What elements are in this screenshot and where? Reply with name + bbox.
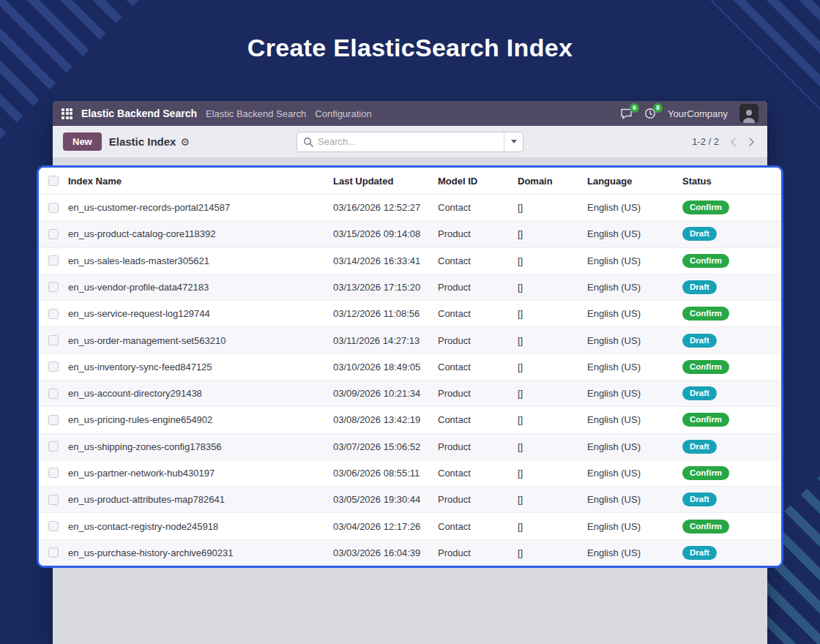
- status-badge: Draft: [682, 280, 717, 294]
- status-badge: Confirm: [682, 360, 729, 374]
- cell-index-name: en_us-contact-registry-node245918: [68, 521, 333, 532]
- pager-text: 1-2 / 2: [692, 136, 719, 147]
- chevron-down-icon: [511, 140, 517, 143]
- cell-model-id: Product: [438, 228, 518, 239]
- pager-prev-button[interactable]: [728, 136, 739, 148]
- pager-next-button[interactable]: [745, 136, 757, 148]
- cell-language: English (US): [587, 335, 682, 346]
- row-checkbox[interactable]: [48, 468, 59, 478]
- cell-domain: []: [518, 282, 587, 293]
- cell-index-name: en_us-inventory-sync-feed847125: [68, 362, 333, 372]
- row-checkbox[interactable]: [48, 335, 59, 345]
- table-row[interactable]: en_us-shipping-zones-config178356 03/07/…: [39, 433, 781, 460]
- table-body: en_us-customer-records-portal214587 03/1…: [39, 195, 781, 566]
- status-badge: Confirm: [682, 307, 729, 321]
- cell-model-id: Contact: [438, 255, 518, 266]
- cell-last-updated: 03/14/2026 16:33:41: [333, 255, 438, 266]
- cell-language: English (US): [587, 468, 682, 479]
- col-header-last-updated[interactable]: Last Updated: [333, 176, 438, 187]
- cell-last-updated: 03/12/2026 11:08:56: [333, 308, 438, 319]
- table-row[interactable]: en_us-sales-leads-master305621 03/14/202…: [39, 247, 781, 274]
- cell-model-id: Contact: [438, 468, 518, 479]
- status-badge: Confirm: [682, 466, 729, 480]
- row-checkbox[interactable]: [48, 389, 59, 399]
- cell-last-updated: 03/08/2026 13:42:19: [333, 414, 438, 425]
- row-checkbox[interactable]: [48, 521, 59, 531]
- cell-index-name: en_us-customer-records-portal214587: [68, 202, 333, 213]
- row-checkbox[interactable]: [48, 495, 59, 505]
- menu-configuration[interactable]: Configuration: [315, 108, 371, 119]
- row-checkbox[interactable]: [48, 362, 59, 372]
- app-name[interactable]: Elastic Backend Search: [81, 108, 197, 119]
- menu-elastic-backend-search[interactable]: Elastic Backend Search: [206, 108, 306, 119]
- control-panel: New Elastic Index ⚙ 1-2 / 2: [53, 126, 767, 158]
- cell-index-name: en_us-purchase-history-archive690231: [68, 547, 333, 558]
- cell-language: English (US): [587, 414, 682, 425]
- cell-language: English (US): [587, 441, 682, 452]
- company-name[interactable]: YourCompany: [668, 108, 728, 119]
- row-checkbox[interactable]: [48, 415, 59, 425]
- table-row[interactable]: en_us-product-catalog-core118392 03/15/2…: [39, 220, 781, 247]
- messages-badge: 6: [630, 103, 639, 113]
- search-dropdown-toggle[interactable]: [504, 132, 523, 151]
- cell-last-updated: 03/15/2026 09:14:08: [333, 228, 438, 239]
- table-row[interactable]: en_us-customer-records-portal214587 03/1…: [39, 195, 781, 220]
- table-row[interactable]: en_us-account-directory291438 03/09/2026…: [39, 380, 781, 406]
- page-title: Create ElasticSearch Index: [0, 34, 820, 62]
- row-checkbox[interactable]: [48, 203, 59, 213]
- col-header-domain[interactable]: Domain: [518, 176, 587, 187]
- table-row[interactable]: en_us-order-management-set563210 03/11/2…: [39, 326, 781, 353]
- cell-index-name: en_us-pricing-rules-engine654902: [68, 414, 333, 425]
- row-checkbox[interactable]: [48, 255, 59, 266]
- table-row[interactable]: en_us-vendor-profile-data472183 03/13/20…: [39, 274, 781, 300]
- cell-language: English (US): [587, 521, 682, 532]
- table-row[interactable]: en_us-inventory-sync-feed847125 03/10/20…: [39, 353, 781, 380]
- index-list-table: Index Name Last Updated Model ID Domain …: [37, 165, 783, 568]
- user-avatar[interactable]: [739, 104, 758, 123]
- chevron-right-icon: [745, 136, 757, 148]
- row-checkbox[interactable]: [48, 309, 59, 319]
- row-checkbox[interactable]: [48, 441, 59, 452]
- cell-domain: []: [518, 255, 587, 266]
- cell-domain: []: [518, 335, 587, 346]
- cell-index-name: en_us-partner-network-hub430197: [68, 468, 333, 479]
- topbar-right: 6 8 YourCompany: [620, 104, 758, 123]
- messages-button[interactable]: 6: [620, 108, 633, 119]
- search-box: [297, 132, 523, 152]
- cell-index-name: en_us-account-directory291438: [68, 388, 333, 399]
- cell-domain: []: [518, 202, 587, 213]
- row-checkbox[interactable]: [48, 282, 59, 292]
- col-header-language[interactable]: Language: [587, 176, 682, 187]
- table-row[interactable]: en_us-contact-registry-node245918 03/04/…: [39, 512, 781, 539]
- cell-language: English (US): [587, 202, 682, 213]
- top-navbar: Elastic Backend Search Elastic Backend S…: [53, 101, 767, 126]
- cell-model-id: Product: [438, 388, 518, 399]
- col-header-index-name[interactable]: Index Name: [68, 176, 333, 187]
- select-all-checkbox[interactable]: [48, 176, 59, 186]
- status-badge: Confirm: [682, 413, 729, 427]
- status-badge: Draft: [682, 227, 717, 241]
- status-badge: Draft: [682, 493, 717, 506]
- gear-icon[interactable]: ⚙: [180, 136, 190, 148]
- col-header-model-id[interactable]: Model ID: [438, 176, 518, 187]
- cell-index-name: en_us-service-request-log129744: [68, 308, 333, 319]
- status-badge: Draft: [682, 546, 717, 560]
- cell-language: English (US): [587, 494, 682, 505]
- cell-last-updated: 03/11/2026 14:27:13: [333, 335, 438, 346]
- table-row[interactable]: en_us-service-request-log129744 03/12/20…: [39, 300, 781, 326]
- row-checkbox[interactable]: [48, 229, 59, 239]
- cell-last-updated: 03/10/2026 18:49:05: [333, 362, 438, 372]
- cell-model-id: Product: [438, 441, 518, 452]
- cell-last-updated: 03/09/2026 10:21:34: [333, 388, 438, 399]
- search-input[interactable]: [318, 136, 504, 147]
- table-row[interactable]: en_us-partner-network-hub430197 03/06/20…: [39, 460, 781, 486]
- table-row[interactable]: en_us-pricing-rules-engine654902 03/08/2…: [39, 406, 781, 433]
- activities-button[interactable]: 8: [644, 108, 656, 119]
- new-button[interactable]: New: [63, 132, 102, 151]
- apps-menu-icon[interactable]: [61, 108, 72, 119]
- table-row[interactable]: en_us-product-attributes-map782641 03/05…: [39, 486, 781, 512]
- table-row[interactable]: en_us-purchase-history-archive690231 03/…: [39, 539, 781, 566]
- col-header-status[interactable]: Status: [682, 176, 781, 187]
- cell-language: English (US): [587, 362, 682, 372]
- row-checkbox[interactable]: [48, 547, 59, 558]
